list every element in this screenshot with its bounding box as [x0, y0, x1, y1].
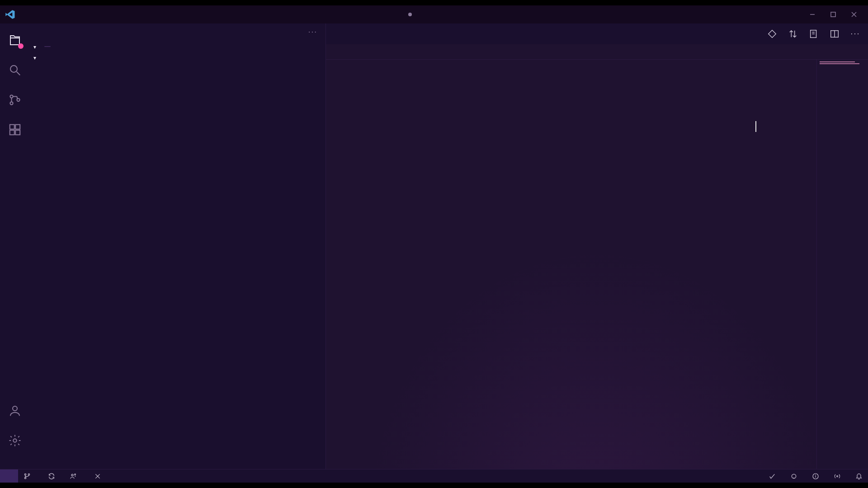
titlebar — [0, 5, 868, 23]
explorer-badge — [18, 43, 24, 49]
status-liveshare[interactable] — [67, 473, 82, 480]
status-bell-icon[interactable] — [853, 473, 865, 480]
letterbox-bottom — [0, 483, 868, 488]
main-area: ··· — [0, 23, 868, 469]
more-actions-icon[interactable]: ··· — [849, 28, 862, 40]
code-editor[interactable] — [326, 60, 868, 469]
app-logo — [4, 8, 16, 21]
activity-settings[interactable] — [0, 426, 30, 455]
editor-tabs: ··· — [326, 23, 868, 44]
activity-bar — [0, 23, 30, 469]
svg-rect-13 — [15, 130, 20, 135]
file-tree[interactable] — [30, 62, 326, 469]
svg-rect-11 — [15, 125, 20, 129]
close-button[interactable] — [844, 5, 864, 23]
editor-actions: ··· — [760, 23, 868, 44]
svg-point-25 — [75, 474, 76, 475]
status-info-icon[interactable] — [809, 473, 822, 480]
compare-icon[interactable] — [787, 28, 799, 40]
status-remote[interactable] — [0, 469, 18, 483]
status-prettier-icon[interactable] — [788, 473, 800, 480]
svg-point-23 — [28, 474, 29, 475]
editor-area: ··· — [326, 23, 868, 469]
window-controls — [802, 5, 864, 23]
chevron-down-icon — [33, 53, 36, 61]
sidebar-header: ··· — [30, 23, 326, 42]
svg-rect-10 — [10, 125, 14, 129]
svg-point-8 — [10, 102, 13, 104]
chevron-down-icon — [33, 42, 36, 51]
minimap[interactable] — [816, 60, 866, 469]
minimize-button[interactable] — [802, 5, 823, 23]
sidebar: ··· — [30, 23, 326, 469]
vscode-window: ··· — [0, 5, 868, 483]
letterbox-top — [0, 0, 868, 5]
workspace-header[interactable] — [30, 52, 326, 62]
svg-point-7 — [10, 95, 13, 98]
code-body[interactable] — [362, 60, 868, 469]
svg-rect-4 — [10, 38, 19, 45]
svg-point-5 — [10, 66, 17, 72]
svg-point-32 — [816, 475, 816, 475]
svg-point-24 — [71, 474, 73, 476]
status-feedback-icon[interactable] — [766, 473, 778, 480]
svg-point-14 — [13, 406, 17, 411]
status-bar — [0, 469, 868, 483]
svg-rect-12 — [10, 130, 14, 135]
breadcrumb[interactable] — [326, 44, 868, 60]
svg-point-33 — [837, 475, 838, 477]
activity-explorer[interactable] — [0, 25, 30, 55]
gutter — [326, 60, 362, 469]
status-radio-icon[interactable] — [831, 473, 844, 480]
svg-point-21 — [24, 474, 26, 475]
open-editors-header[interactable] — [30, 42, 326, 52]
identify-icon[interactable] — [766, 28, 778, 40]
svg-line-6 — [17, 72, 20, 75]
sidebar-more-icon[interactable]: ··· — [308, 28, 317, 37]
open-changes-icon[interactable] — [807, 28, 820, 40]
secondary-cursor — [755, 121, 756, 132]
title-dirty-dot — [408, 13, 412, 16]
status-minify[interactable] — [91, 473, 107, 480]
maximize-button[interactable] — [823, 5, 844, 23]
window-title — [21, 13, 802, 16]
activity-search[interactable] — [0, 55, 30, 85]
svg-point-15 — [13, 439, 17, 442]
activity-account[interactable] — [0, 396, 30, 426]
status-branch[interactable] — [21, 473, 36, 480]
status-sync[interactable] — [45, 473, 58, 480]
svg-rect-1 — [831, 12, 835, 17]
svg-point-9 — [17, 99, 19, 101]
activity-extensions[interactable] — [0, 115, 30, 145]
svg-point-22 — [24, 477, 26, 479]
split-editor-icon[interactable] — [828, 28, 841, 40]
activity-source-control[interactable] — [0, 85, 30, 115]
open-editors-badge — [44, 46, 51, 47]
